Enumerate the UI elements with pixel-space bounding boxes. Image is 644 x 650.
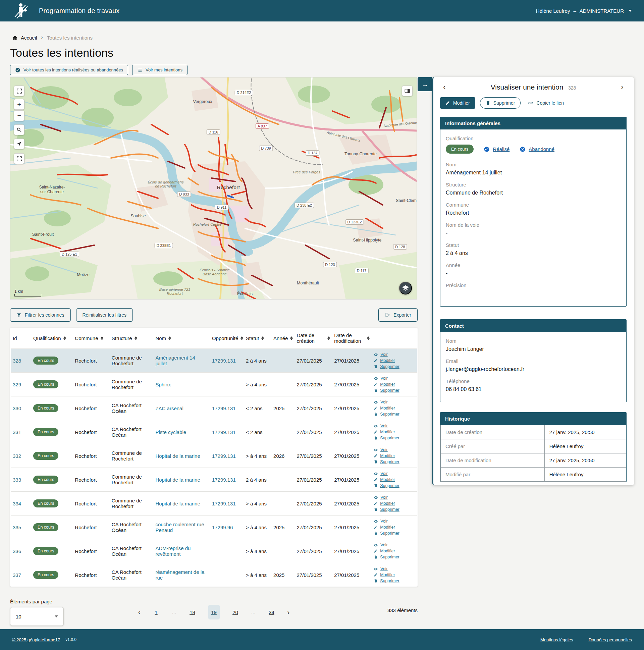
opportunity-link[interactable]: 17299.131 xyxy=(212,453,236,459)
map-locate-button[interactable] xyxy=(14,139,25,149)
footer-copyright-link[interactable]: © 2025 géoplateforme17 xyxy=(12,637,60,642)
row-id-link[interactable]: 333 xyxy=(13,477,21,483)
previous-page-button[interactable]: ‹ xyxy=(138,608,141,616)
sort-icon[interactable] xyxy=(261,336,264,340)
row-delete-link[interactable]: Supprimer xyxy=(374,388,415,393)
row-view-link[interactable]: Voir xyxy=(374,495,415,500)
opportunity-link[interactable]: 17299.131 xyxy=(212,358,236,364)
sort-icon[interactable] xyxy=(327,336,330,340)
page-link[interactable]: 1 xyxy=(151,605,162,619)
page-link[interactable]: 20 xyxy=(230,605,241,619)
row-edit-link[interactable]: Modifier xyxy=(374,477,415,482)
row-delete-link[interactable]: Supprimer xyxy=(374,555,415,559)
row-id-link[interactable]: 334 xyxy=(13,501,21,506)
table-row[interactable]: 335 En cours Rochefort CA Rochefort Océa… xyxy=(11,515,417,539)
row-view-link[interactable]: Voir xyxy=(374,424,415,428)
collapse-panel-button[interactable]: → xyxy=(418,77,432,91)
row-delete-link[interactable]: Supprimer xyxy=(374,460,415,464)
page-link[interactable]: ... xyxy=(172,605,177,619)
row-id-link[interactable]: 328 xyxy=(13,358,21,364)
row-edit-link[interactable]: Modifier xyxy=(374,501,415,506)
page-link[interactable]: 34 xyxy=(266,605,277,619)
row-id-link[interactable]: 337 xyxy=(13,572,21,578)
intention-name-link[interactable]: Sphinx xyxy=(155,382,171,387)
row-edit-link[interactable]: Modifier xyxy=(374,406,415,410)
map-zoom-in-button[interactable]: + xyxy=(14,99,25,110)
row-delete-link[interactable]: Supprimer xyxy=(374,483,415,488)
see-done-intentions-button[interactable]: Voir toutes les intentions réalisées ou … xyxy=(10,65,128,75)
breadcrumb-home[interactable]: Accueil xyxy=(12,35,37,41)
table-row[interactable]: 330 En cours Rochefort CA Rochefort Océa… xyxy=(11,396,417,420)
filter-columns-button[interactable]: Filtrer les colonnes xyxy=(10,308,71,322)
row-delete-link[interactable]: Supprimer xyxy=(374,507,415,512)
row-edit-link[interactable]: Modifier xyxy=(374,358,415,363)
sort-icon[interactable] xyxy=(63,336,66,340)
opportunity-link[interactable]: 17299.96 xyxy=(212,525,233,530)
sort-icon[interactable] xyxy=(290,336,293,340)
row-id-link[interactable]: 330 xyxy=(13,405,21,411)
intention-name-link[interactable]: Piste cyclable xyxy=(155,429,186,435)
mark-abandonne-link[interactable]: Abandonné xyxy=(520,146,554,152)
next-intention-button[interactable]: › xyxy=(618,83,627,91)
delete-intention-button[interactable]: Supprimer xyxy=(480,97,521,109)
map-fullscreen-button[interactable] xyxy=(14,85,25,96)
sort-icon[interactable] xyxy=(135,336,137,340)
table-row[interactable]: 332 En cours Rochefort Commune de Rochef… xyxy=(11,444,417,468)
row-id-link[interactable]: 335 xyxy=(13,525,21,530)
intention-name-link[interactable]: ZAC arsenal xyxy=(155,405,183,411)
row-delete-link[interactable]: Supprimer xyxy=(374,436,415,440)
page-link[interactable]: ... xyxy=(251,605,256,619)
edit-intention-button[interactable]: Modifier xyxy=(440,97,475,109)
row-edit-link[interactable]: Modifier xyxy=(374,573,415,577)
row-edit-link[interactable]: Modifier xyxy=(374,525,415,530)
intention-name-link[interactable]: Hopital de la marine xyxy=(155,477,200,483)
intention-name-link[interactable]: Hopital de la marine xyxy=(155,453,200,459)
row-id-link[interactable]: 331 xyxy=(13,429,21,435)
page-link[interactable]: 18 xyxy=(187,605,198,619)
row-edit-link[interactable]: Modifier xyxy=(374,430,415,434)
row-view-link[interactable]: Voir xyxy=(374,352,415,357)
row-edit-link[interactable]: Modifier xyxy=(374,382,415,387)
row-view-link[interactable]: Voir xyxy=(374,519,415,523)
export-button[interactable]: Exporter xyxy=(378,308,418,322)
table-row[interactable]: 328 En cours Rochefort Commune de Rochef… xyxy=(11,349,417,373)
map-side-panel-button[interactable] xyxy=(402,85,413,96)
row-view-link[interactable]: Voir xyxy=(374,376,415,381)
opportunity-link[interactable]: 17299.131 xyxy=(212,429,236,435)
row-delete-link[interactable]: Supprimer xyxy=(374,364,415,369)
intention-name-link[interactable]: ADM-reprise du revêtement xyxy=(155,545,190,557)
table-row[interactable]: 337 En cours Rochefort CA Rochefort Océa… xyxy=(11,563,417,587)
next-page-button[interactable]: › xyxy=(287,608,290,616)
row-edit-link[interactable]: Modifier xyxy=(374,549,415,553)
row-view-link[interactable]: Voir xyxy=(374,543,415,547)
row-edit-link[interactable]: Modifier xyxy=(374,454,415,458)
intention-name-link[interactable]: Hopital de la marine xyxy=(155,501,200,506)
map[interactable]: Vergeroux Rochefort Tonnay-Charente Sain… xyxy=(10,77,417,299)
table-row[interactable]: 336 En cours Rochefort CA Rochefort Océa… xyxy=(11,539,417,563)
reset-filters-button[interactable]: Réinitialiser les filtres xyxy=(76,308,133,322)
items-per-page-select[interactable]: 10 xyxy=(10,607,64,626)
sort-icon[interactable] xyxy=(241,336,243,340)
table-row[interactable]: 334 En cours Rochefort Commune de Rochef… xyxy=(11,492,417,515)
table-row[interactable]: 331 En cours Rochefort CA Rochefort Océa… xyxy=(11,420,417,444)
copy-link-button[interactable]: Copier le lien xyxy=(528,100,564,106)
sort-icon[interactable] xyxy=(101,336,103,340)
row-view-link[interactable]: Voir xyxy=(374,400,415,404)
page-link[interactable]: 19 xyxy=(208,605,220,619)
opportunity-link[interactable]: 17299.131 xyxy=(212,405,236,411)
user-menu[interactable]: Hélène Leufroy – ADMINISTRATEUR xyxy=(536,8,632,14)
row-view-link[interactable]: Voir xyxy=(374,447,415,452)
map-extent-button[interactable] xyxy=(14,153,25,164)
personal-data-link[interactable]: Données personnelles xyxy=(589,637,632,642)
row-id-link[interactable]: 336 xyxy=(13,548,21,554)
see-my-intentions-button[interactable]: Voir mes intentions xyxy=(132,65,187,75)
map-layers-button[interactable] xyxy=(399,282,412,294)
row-view-link[interactable]: Voir xyxy=(374,567,415,571)
row-id-link[interactable]: 332 xyxy=(13,453,21,459)
table-row[interactable]: 329 En cours Rochefort Commune de Rochef… xyxy=(11,373,417,396)
intention-name-link[interactable]: Aménagement 14 juillet xyxy=(155,355,195,366)
mark-realise-link[interactable]: Réalisé xyxy=(484,146,509,152)
map-zoom-out-button[interactable]: − xyxy=(14,110,25,121)
opportunity-link[interactable]: 17299.131 xyxy=(212,501,236,506)
row-delete-link[interactable]: Supprimer xyxy=(374,579,415,583)
